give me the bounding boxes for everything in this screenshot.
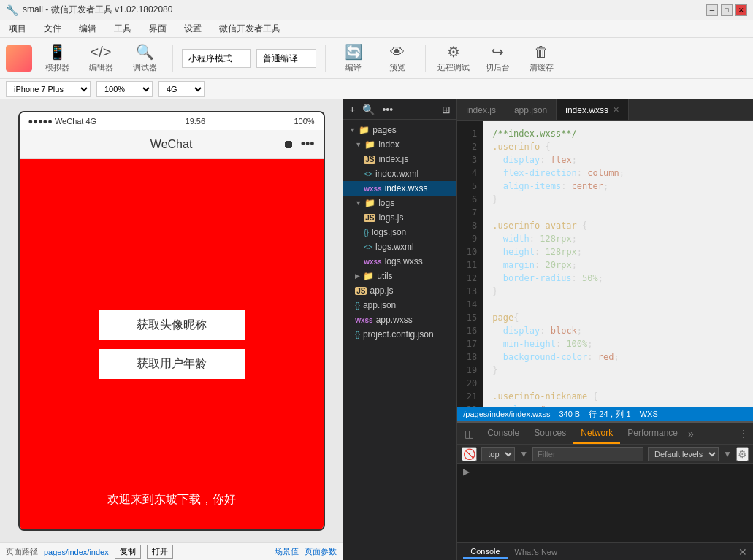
tree-item-app-js[interactable]: JS app.js — [343, 283, 456, 298]
console-settings-button[interactable]: ⚙ — [736, 447, 749, 461]
menu-project[interactable]: 项目 — [6, 23, 29, 35]
separator1 — [172, 45, 173, 72]
copy-path-button[interactable]: 复制 — [115, 545, 141, 559]
devtools-options-button[interactable]: ⋮ — [738, 428, 749, 440]
console-filter-input[interactable] — [532, 447, 643, 461]
folder-icon: 📁 — [363, 271, 374, 281]
menu-wechat-devtools[interactable]: 微信开发者工具 — [216, 23, 283, 35]
phone-content: 获取头像昵称 获取用户年龄 欢迎来到东坡下载，你好 — [20, 159, 324, 529]
tree-item-utils[interactable]: ▶ 📁 utils — [343, 269, 456, 283]
devtools-tab-network[interactable]: Network — [573, 423, 620, 444]
tree-item-index[interactable]: ▼ 📁 index — [343, 137, 456, 152]
devtools-tab-console[interactable]: Console — [480, 423, 527, 444]
js-file-icon: JS — [364, 156, 375, 164]
console-context-select[interactable]: top — [481, 447, 515, 461]
device-select[interactable]: iPhone 7 Plus — [6, 81, 91, 97]
js-file-icon: JS — [355, 287, 367, 295]
tree-item-index-wxml[interactable]: <> index.wxml — [343, 166, 456, 181]
clear-cache-icon: 🗑 — [534, 44, 548, 61]
editor-main: index.js app.json index.wxss ✕ 1 — [457, 99, 753, 560]
code-editor[interactable]: /**index.wxss**/ .userinfo { display: fl… — [483, 121, 753, 407]
phone-menu-btn[interactable]: ••• — [301, 137, 315, 152]
menu-file[interactable]: 文件 — [41, 23, 64, 35]
preview-button[interactable]: 👁 预览 — [378, 42, 416, 74]
tab-index-js[interactable]: index.js — [457, 99, 505, 120]
devtools-tab-performance[interactable]: Performance — [620, 423, 685, 444]
tab-app-json[interactable]: app.json — [505, 99, 557, 120]
maximize-button[interactable]: □ — [721, 4, 733, 16]
tree-item-logs[interactable]: ▼ 📁 logs — [343, 196, 456, 210]
phone-signal: ●●●●● WeChat 4G — [28, 117, 97, 126]
get-age-button[interactable]: 获取用户年龄 — [99, 349, 245, 379]
console-content[interactable]: ▶ — [457, 464, 753, 542]
clear-cache-button[interactable]: 🗑 清缓存 — [522, 42, 560, 74]
tree-item-index-js[interactable]: JS index.js — [343, 152, 456, 166]
editor-button[interactable]: </> 编辑器 — [82, 42, 120, 74]
tree-item-logs-js[interactable]: JS logs.js — [343, 210, 456, 225]
compile-select[interactable]: 普通编译 — [256, 49, 316, 68]
devtools-more-tabs[interactable]: » — [685, 428, 697, 440]
tree-item-project-config[interactable]: {} project.config.json — [343, 327, 456, 342]
phone-record-btn[interactable]: ⏺ — [283, 138, 294, 151]
background-button[interactable]: ↪ 切后台 — [478, 42, 516, 74]
devtools-tab-sources[interactable]: Sources — [527, 423, 573, 444]
json-file-icon: {} — [355, 302, 360, 310]
tree-item-app-json[interactable]: {} app.json — [343, 298, 456, 312]
phone-frame: ●●●●● WeChat 4G 19:56 100% WeChat ⏺ ••• … — [18, 111, 325, 531]
app-icon: 🔧 — [6, 4, 18, 16]
file-tree-more-button[interactable]: ••• — [381, 104, 394, 115]
network-select[interactable]: 4G — [158, 81, 205, 97]
bottom-tab-whatsnew[interactable]: What's New — [508, 546, 565, 558]
close-tab-icon[interactable]: ✕ — [613, 105, 619, 115]
zoom-select[interactable]: 100% — [96, 81, 153, 97]
editor-file-size: 340 B — [559, 410, 580, 418]
scene-btn[interactable]: 场景值 — [275, 546, 299, 557]
page-params-btn[interactable]: 页面参数 — [305, 546, 337, 557]
file-tree-content: ▼ 📁 pages ▼ 📁 index JS index.js — [343, 120, 456, 560]
xml-file-icon: <> — [364, 243, 372, 251]
debugger-button[interactable]: 🔍 调试器 — [126, 42, 164, 74]
separator2 — [325, 45, 326, 72]
tree-item-logs-wxml[interactable]: <> logs.wxml — [343, 239, 456, 254]
menu-settings[interactable]: 设置 — [181, 23, 205, 35]
tree-item-pages[interactable]: ▼ 📁 pages — [343, 123, 456, 137]
devtools-tabs-bar: ◫ Console Sources Network Perfo — [457, 423, 753, 445]
open-path-button[interactable]: 打开 — [147, 545, 173, 559]
file-tree-panel: + 🔍 ••• ⊞ ▼ 📁 pages — [343, 99, 457, 560]
minimize-button[interactable]: ─ — [706, 4, 718, 16]
menu-interface[interactable]: 界面 — [146, 23, 169, 35]
simulator-icon: 📱 — [48, 43, 66, 61]
menu-edit[interactable]: 编辑 — [76, 23, 99, 35]
menu-tools[interactable]: 工具 — [111, 23, 134, 35]
phone-nav-title: WeChat — [150, 138, 193, 151]
avatar[interactable] — [6, 45, 32, 72]
remote-debug-button[interactable]: ⚙ 远程调试 — [435, 42, 473, 74]
search-file-button[interactable]: 🔍 — [361, 104, 376, 115]
tree-item-logs-json[interactable]: {} logs.json — [343, 225, 456, 239]
get-avatar-button[interactable]: 获取头像昵称 — [99, 310, 245, 340]
path-label: 页面路径 — [6, 546, 38, 557]
tree-item-index-wxss[interactable]: wxss index.wxss — [343, 181, 456, 196]
add-file-button[interactable]: + — [348, 104, 356, 115]
page-path: pages/index/index — [44, 548, 109, 556]
mode-select[interactable]: 小程序模式 — [182, 49, 251, 68]
console-stop-button[interactable]: 🚫 — [462, 447, 477, 461]
console-level-select[interactable]: Default levels — [648, 447, 719, 461]
simulator-button[interactable]: 📱 模拟器 — [38, 42, 76, 74]
devtools-sidebar-button[interactable]: ◫ — [462, 428, 477, 440]
close-button[interactable]: ✕ — [735, 4, 747, 16]
tree-item-logs-wxss[interactable]: wxss logs.wxss — [343, 254, 456, 269]
line-numbers: 12345 678910 1112131415 1617181920 2122 — [457, 121, 483, 407]
devtools-close-button[interactable]: ✕ — [738, 546, 747, 558]
title-bar: 🔧 small - 微信开发者工具 v1.02.1802080 ─ □ ✕ — [0, 0, 753, 20]
tab-index-wxss[interactable]: index.wxss ✕ — [557, 99, 629, 120]
tree-item-app-wxss[interactable]: wxss app.wxss — [343, 312, 456, 327]
background-icon: ↪ — [492, 43, 504, 61]
file-tree-collapse-button[interactable]: ⊞ — [440, 104, 452, 115]
chevron-down-icon: ▼ — [355, 199, 362, 207]
compile-button[interactable]: 🔄 编译 — [335, 42, 372, 74]
wxss-file-icon: wxss — [355, 316, 372, 324]
phone-nav-bar: WeChat ⏺ ••• — [20, 130, 324, 159]
bottom-tab-console[interactable]: Console — [463, 545, 507, 559]
editor-encoding: WXS — [640, 410, 658, 418]
